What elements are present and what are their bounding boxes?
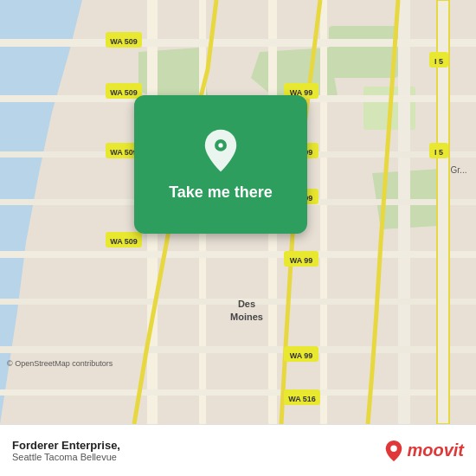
svg-rect-10	[320, 0, 327, 424]
moovit-pin-icon	[384, 440, 403, 462]
svg-rect-11	[398, 0, 410, 424]
svg-rect-19	[0, 389, 476, 396]
svg-text:WA 509: WA 509	[110, 37, 138, 46]
moovit-text: moovit	[407, 441, 464, 460]
cta-label: Take me there	[169, 183, 273, 202]
map-container: WA 509 WA 509 WA 509 WA 509 WA 99 WA 99 …	[0, 0, 476, 424]
svg-text:WA 99: WA 99	[290, 256, 313, 265]
place-region: Seattle Tacoma Bellevue	[12, 452, 120, 462]
svg-point-50	[218, 143, 222, 147]
location-pin-icon	[198, 128, 243, 173]
svg-text:WA 99: WA 99	[290, 351, 313, 360]
svg-rect-16	[0, 251, 476, 258]
place-name: Forderer Enterprise,	[12, 439, 120, 452]
svg-text:I 5: I 5	[434, 148, 443, 157]
svg-rect-12	[0, 39, 476, 47]
svg-point-51	[391, 445, 397, 451]
svg-text:WA 509: WA 509	[110, 88, 138, 97]
svg-text:WA 509: WA 509	[110, 237, 138, 246]
osm-credit: © OpenStreetMap contributors	[7, 359, 113, 368]
bottom-bar: Forderer Enterprise, Seattle Tacoma Bell…	[0, 424, 476, 476]
cta-card[interactable]: Take me there	[134, 95, 307, 234]
svg-text:Moines: Moines	[230, 312, 263, 322]
place-info: Forderer Enterprise, Seattle Tacoma Bell…	[12, 439, 120, 462]
svg-text:I 5: I 5	[434, 57, 443, 66]
svg-rect-4	[329, 26, 398, 78]
svg-rect-18	[0, 346, 476, 353]
moovit-logo: moovit	[384, 440, 464, 462]
svg-text:WA 516: WA 516	[288, 395, 316, 403]
svg-text:Des: Des	[238, 299, 255, 309]
svg-text:Gr...: Gr...	[451, 165, 467, 175]
osm-credit-text: © OpenStreetMap contributors	[7, 359, 113, 368]
